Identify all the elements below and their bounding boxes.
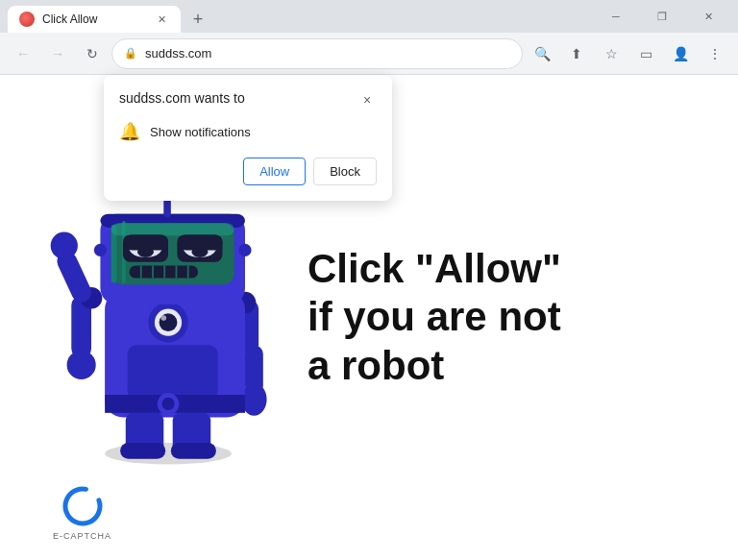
svg-point-31 — [137, 246, 154, 256]
window-controls: ─ ❐ ✕ — [594, 0, 730, 33]
new-tab-button[interactable]: + — [184, 6, 211, 33]
bookmark-button[interactable]: ☆ — [596, 38, 627, 69]
svg-point-16 — [160, 315, 166, 321]
tab-favicon — [19, 12, 35, 27]
profile-button[interactable]: 👤 — [665, 38, 696, 69]
url-text: suddss.com — [145, 46, 510, 61]
robot-illustration — [38, 164, 298, 472]
address-bar[interactable]: 🔒 suddss.com — [111, 38, 523, 69]
svg-rect-20 — [171, 442, 216, 458]
tab-strip: Click Allow ✕ + — [8, 0, 301, 33]
popup-permission: 🔔 Show notifications — [119, 121, 377, 142]
captcha-line3: a robot — [308, 342, 738, 390]
ecaptcha-logo: E-CAPTCHA — [53, 485, 111, 541]
popup-buttons: Allow Block — [119, 158, 377, 185]
reload-button[interactable]: ↻ — [77, 38, 108, 69]
minimize-button[interactable]: ─ — [594, 0, 638, 33]
toolbar-right: 🔍 ⬆ ☆ ▭ 👤 ⋮ — [527, 38, 730, 69]
permission-text: Show notifications — [150, 125, 251, 139]
captcha-heading: Click "Allow" if you are not a robot — [308, 245, 738, 390]
popup-header: suddss.com wants to × — [119, 90, 377, 110]
lock-icon: 🔒 — [124, 47, 137, 60]
svg-point-42 — [94, 243, 107, 256]
svg-point-12 — [161, 397, 174, 409]
back-button[interactable]: ← — [8, 38, 38, 69]
svg-point-35 — [191, 246, 208, 256]
allow-button[interactable]: Allow — [243, 158, 306, 185]
svg-point-2 — [67, 350, 96, 378]
active-tab[interactable]: Click Allow ✕ — [8, 6, 181, 33]
tab-title: Click Allow — [42, 12, 146, 26]
notification-popup: suddss.com wants to × 🔔 Show notificatio… — [104, 75, 392, 201]
svg-rect-19 — [120, 442, 165, 458]
captcha-line2: if you are not — [308, 293, 738, 341]
toolbar: ← → ↻ 🔒 suddss.com 🔍 ⬆ ☆ ▭ 👤 ⋮ — [0, 33, 738, 75]
captcha-text-area: Click "Allow" if you are not a robot — [298, 245, 738, 390]
svg-point-49 — [62, 485, 104, 527]
popup-title: suddss.com wants to — [119, 90, 245, 106]
captcha-line1: Click "Allow" — [308, 245, 738, 293]
sidebar-button[interactable]: ▭ — [630, 38, 661, 69]
ecaptcha-icon — [62, 485, 104, 527]
svg-rect-27 — [111, 223, 234, 235]
ecaptcha-label: E-CAPTCHA — [53, 531, 111, 541]
close-button[interactable]: ✕ — [686, 0, 730, 33]
svg-rect-9 — [128, 345, 218, 399]
svg-point-43 — [238, 243, 251, 256]
restore-button[interactable]: ❐ — [640, 0, 684, 33]
bell-icon: 🔔 — [119, 121, 140, 142]
titlebar: Click Allow ✕ + ─ ❐ ✕ — [0, 0, 738, 33]
popup-close-button[interactable]: × — [357, 90, 377, 110]
svg-point-4 — [241, 382, 266, 415]
forward-button[interactable]: → — [42, 38, 73, 69]
menu-button[interactable]: ⋮ — [700, 38, 730, 69]
robot-svg — [38, 164, 298, 472]
share-button[interactable]: ⬆ — [561, 38, 592, 69]
svg-point-45 — [51, 231, 78, 258]
tab-close-button[interactable]: ✕ — [154, 12, 169, 27]
block-button[interactable]: Block — [313, 158, 377, 185]
search-button[interactable]: 🔍 — [527, 38, 557, 69]
